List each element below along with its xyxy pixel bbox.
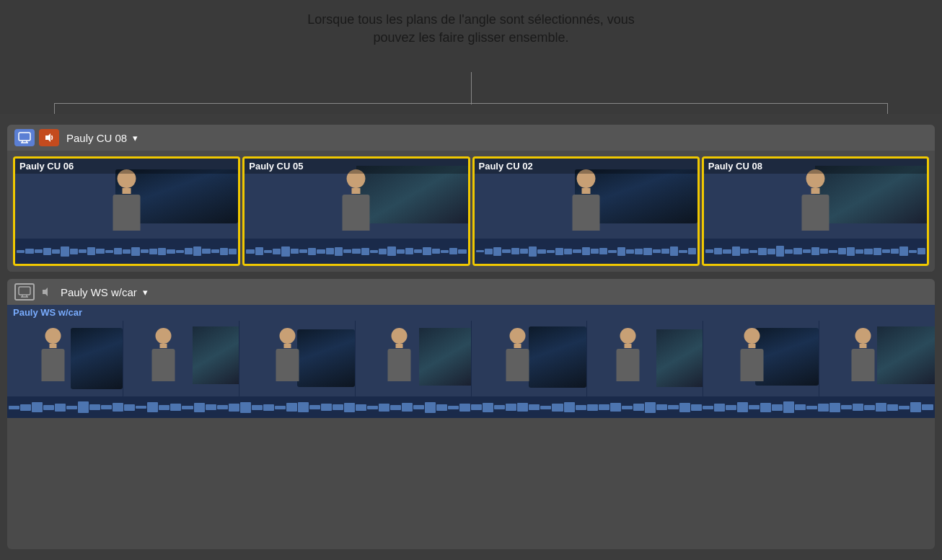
angle-2-title: Pauly WS w/car: [61, 286, 137, 298]
clip-1-waveform: [15, 239, 238, 264]
long-thumb-6: [587, 321, 703, 396]
bracket-line: [54, 103, 888, 104]
svg-marker-4: [45, 133, 50, 142]
long-thumb-3: [239, 321, 356, 396]
long-thumb-2: [123, 321, 239, 396]
long-clip-waveform: [7, 396, 935, 418]
tooltip-text: Lorsque tous les plans de l'angle sont s…: [291, 11, 651, 47]
clip-4-waveform: [704, 239, 927, 264]
angle-1-dropdown[interactable]: ▾: [133, 133, 138, 143]
tooltip-line: [471, 72, 472, 105]
monitor-icon-inactive[interactable]: [14, 283, 35, 301]
clip-3[interactable]: Pauly CU 02: [472, 156, 700, 266]
main-content: Pauly CU 08 ▾ Pauly CU 06: [0, 114, 942, 560]
svg-rect-0: [19, 133, 30, 141]
clip-1-title: Pauly CU 06: [15, 159, 238, 174]
svg-marker-9: [43, 288, 48, 296]
angle-2-dropdown[interactable]: ▾: [143, 287, 148, 298]
clip-3-title: Pauly CU 02: [475, 159, 697, 174]
clip-2[interactable]: Pauly CU 05: [242, 156, 470, 266]
long-thumb-8: [819, 321, 935, 396]
long-thumb-7: [703, 321, 819, 396]
monitor-icon-active[interactable]: [14, 129, 35, 146]
clip-2-title: Pauly CU 05: [245, 159, 467, 174]
long-thumb-4: [356, 321, 472, 396]
long-thumb-1: [7, 321, 123, 396]
angle-1-title: Pauly CU 08: [66, 132, 127, 144]
clip-4[interactable]: Pauly CU 08: [702, 156, 929, 266]
clip-1[interactable]: Pauly CU 06: [13, 156, 240, 266]
clip-4-title: Pauly CU 08: [704, 159, 927, 174]
angle-header-2: Pauly WS w/car ▾: [7, 279, 935, 305]
clip-3-waveform: [475, 239, 697, 264]
long-clip-thumbnails: [7, 321, 935, 396]
long-clip-title: Pauly WS w/car: [7, 305, 935, 320]
svg-rect-5: [19, 287, 30, 295]
long-thumb-5: [472, 321, 588, 396]
angle-block-2: Pauly WS w/car ▾ Pauly WS w/car: [7, 279, 935, 549]
long-clip[interactable]: Pauly WS w/car: [7, 305, 935, 418]
angle-header-1: Pauly CU 08 ▾: [7, 125, 935, 151]
speaker-icon-active[interactable]: [39, 129, 59, 146]
clips-container-1: Pauly CU 06: [7, 151, 935, 272]
angle-block-1: Pauly CU 08 ▾ Pauly CU 06: [7, 125, 935, 272]
speaker-icon-inactive[interactable]: [39, 285, 53, 299]
clip-2-waveform: [245, 239, 467, 264]
